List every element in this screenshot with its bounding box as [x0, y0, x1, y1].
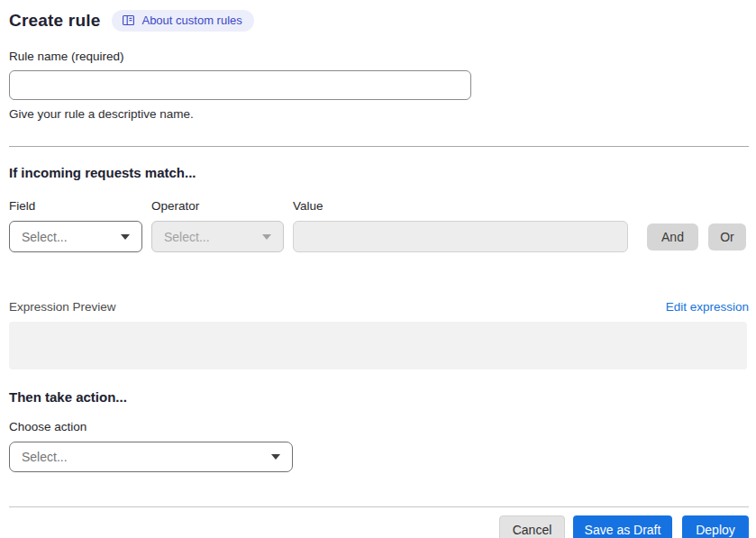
condition-row: Select... Select... And Or — [9, 221, 749, 252]
deploy-button[interactable]: Deploy — [682, 515, 749, 538]
rule-name-input[interactable] — [9, 70, 471, 100]
match-section-heading: If incoming requests match... — [9, 165, 749, 180]
or-button[interactable]: Or — [708, 223, 746, 251]
footer-actions: Cancel Save as Draft Deploy — [9, 515, 749, 538]
operator-select-placeholder: Select... — [164, 230, 210, 244]
operator-label: Operator — [151, 199, 293, 213]
save-as-draft-button[interactable]: Save as Draft — [573, 515, 672, 538]
expression-preview-box — [9, 322, 747, 369]
page-title: Create rule — [9, 11, 100, 31]
condition-labels-row: Field Operator Value — [9, 199, 749, 213]
choose-action-placeholder: Select... — [22, 450, 68, 464]
expression-preview-label: Expression Preview — [9, 300, 116, 314]
value-label: Value — [293, 199, 323, 213]
field-select[interactable]: Select... — [9, 221, 142, 252]
edit-expression-link[interactable]: Edit expression — [666, 300, 749, 314]
page-header: Create rule About custom rules — [9, 10, 749, 32]
chevron-down-icon — [121, 234, 130, 240]
about-custom-rules-link[interactable]: About custom rules — [112, 10, 253, 32]
operator-select[interactable]: Select... — [151, 221, 284, 252]
expression-preview-header: Expression Preview Edit expression — [9, 300, 749, 314]
cancel-button[interactable]: Cancel — [499, 515, 565, 538]
field-select-placeholder: Select... — [22, 230, 68, 244]
rule-name-help-text: Give your rule a descriptive name. — [9, 107, 749, 121]
value-input[interactable] — [293, 221, 628, 252]
choose-action-label: Choose action — [9, 420, 749, 433]
and-button[interactable]: And — [647, 223, 698, 251]
section-divider-top — [9, 146, 749, 147]
choose-action-select[interactable]: Select... — [9, 442, 293, 472]
action-section-heading: Then take action... — [9, 389, 749, 405]
rule-name-label: Rule name (required) — [9, 50, 749, 63]
chevron-down-icon — [262, 234, 271, 240]
book-icon — [122, 14, 135, 27]
create-rule-form: Create rule About custom rules Rule name… — [0, 0, 756, 538]
section-divider-bottom — [9, 506, 749, 507]
field-label: Field — [9, 199, 151, 213]
chevron-down-icon — [271, 454, 280, 460]
about-custom-rules-label: About custom rules — [141, 14, 241, 27]
